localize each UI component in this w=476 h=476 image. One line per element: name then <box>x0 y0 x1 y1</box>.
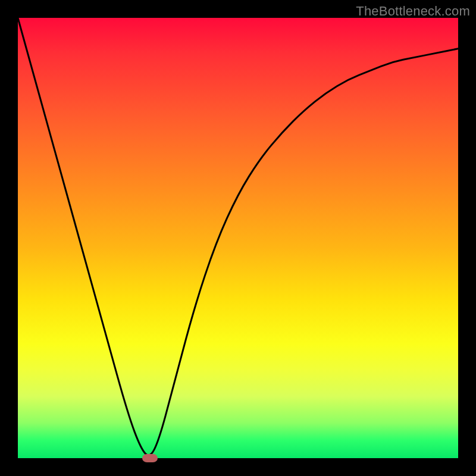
watermark-text: TheBottleneck.com <box>356 4 470 19</box>
bottleneck-curve <box>18 18 458 458</box>
plot-area <box>18 18 458 458</box>
optimal-point-marker <box>142 454 158 462</box>
chart-frame: TheBottleneck.com <box>0 0 476 476</box>
